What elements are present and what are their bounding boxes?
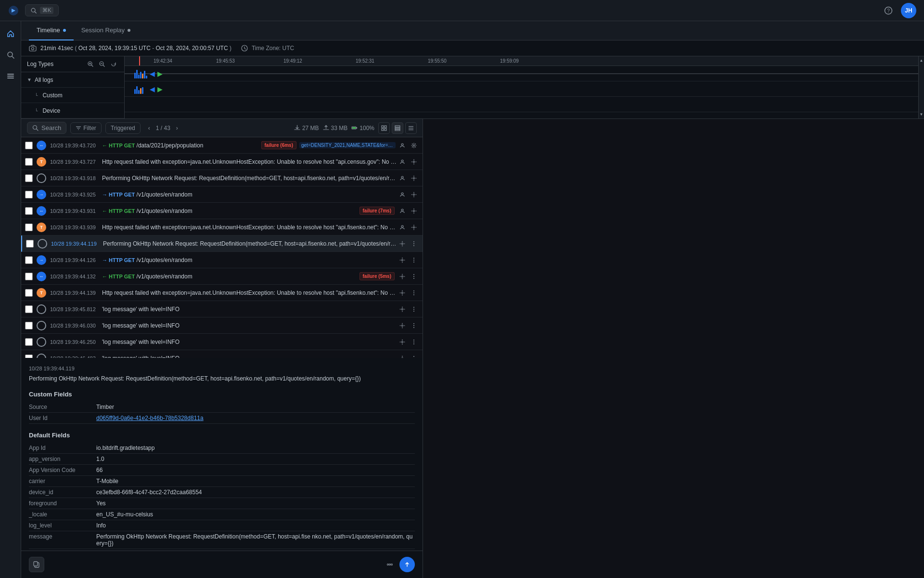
log-entry[interactable]: 10/28 19:39:46.483 'log message' with le… [21,350,423,358]
help-button[interactable]: ? [882,4,895,17]
prev-page-btn[interactable]: ‹ [144,123,154,133]
log-entry-checkbox[interactable] [25,174,33,182]
view-grid-btn[interactable] [378,122,390,134]
log-entry-timestamp: 10/28 19:39:44.126 [50,257,98,263]
log-action-user-btn[interactable] [398,173,407,183]
log-action-user-btn[interactable] [398,157,407,167]
log-entry-checkbox[interactable] [25,338,33,346]
log-action-more-btn[interactable] [409,288,419,298]
sidebar-item-settings[interactable] [4,69,17,83]
log-action-user-btn[interactable] [398,190,407,199]
next-page-btn[interactable]: › [172,123,182,133]
log-action-user-btn[interactable] [398,223,407,232]
log-action-user-btn[interactable] [398,141,407,150]
view-list-btn[interactable] [405,122,417,134]
log-action-gear-btn[interactable] [398,272,407,281]
field-row: carrier T-Mobile [29,476,415,487]
log-action-more-btn[interactable] [409,337,419,347]
log-action-more-btn[interactable] [409,304,419,314]
global-search[interactable]: ⌘K [25,4,59,16]
log-entry-checkbox[interactable] [25,207,33,215]
log-entry[interactable]: T 10/28 19:39:43.939 Http request failed… [21,219,423,236]
log-action-gear-btn[interactable] [409,141,419,150]
log-action-more-btn[interactable] [409,239,419,249]
log-action-gear-btn[interactable] [409,157,419,167]
log-action-gear-btn[interactable] [398,321,407,330]
zoom-out-btn[interactable] [97,59,107,69]
tab-session-replay[interactable]: Session Replay [74,21,138,40]
log-action-gear-btn[interactable] [398,288,407,298]
log-entry[interactable]: → 10/28 19:39:44.126 → HTTP GET /v1/quot… [21,252,423,268]
log-entry-actions [398,173,419,183]
log-action-gear-btn[interactable] [398,354,407,358]
log-action-user-btn[interactable] [398,206,407,216]
track-device[interactable] [125,97,924,112]
log-action-gear-btn[interactable] [398,255,407,265]
zoom-in-btn[interactable] [86,59,95,69]
log-entry-checkbox[interactable] [25,305,33,313]
copy-button[interactable] [29,557,44,572]
log-action-gear-btn[interactable] [398,337,407,347]
log-type-custom[interactable]: └ Custom [21,88,124,103]
scroll-up-btn[interactable]: ▲ [919,58,924,63]
log-entry-checkbox[interactable] [25,289,33,297]
nav-right: ? JH [882,3,916,18]
filter-button[interactable]: Filter [70,122,102,134]
log-action-gear-btn[interactable] [409,223,419,232]
log-entry[interactable]: 10/28 19:39:44.119 Performing OkHttp Net… [21,236,423,252]
log-action-gear-btn[interactable] [398,304,407,314]
log-action-gear-btn[interactable] [409,190,419,199]
log-entry[interactable]: T 10/28 19:39:44.139 Http request failed… [21,285,423,301]
log-action-more-btn[interactable] [409,354,419,358]
scroll-down-btn[interactable]: ▼ [919,112,924,117]
log-entry-checkbox[interactable] [26,240,34,248]
log-entry[interactable]: ↔ 10/28 19:39:43.720 ← HTTP GET /data/20… [21,137,423,154]
log-entry-checkbox[interactable] [25,322,33,329]
log-entry-icon: → [37,255,46,265]
log-entry[interactable]: 10/28 19:39:45.812 'log message' with le… [21,301,423,317]
detail-action-extra[interactable] [384,559,396,570]
log-entry-checkbox[interactable] [25,191,33,198]
user-avatar[interactable]: JH [901,3,916,18]
log-action-gear-btn[interactable] [398,239,407,249]
sidebar-item-search[interactable] [4,48,17,62]
log-entry[interactable]: ↔ 10/28 19:39:43.931 ← HTTP GET /v1/quot… [21,203,423,219]
log-entry-checkbox[interactable] [25,273,33,280]
tab-session-replay-dot [128,29,130,32]
svg-point-42 [413,177,415,179]
search-input-wrap[interactable]: Search [27,122,66,134]
log-entry[interactable]: → 10/28 19:39:43.925 → HTTP GET /v1/quot… [21,186,423,203]
log-entry-checkbox[interactable] [25,223,33,231]
log-action-gear-btn[interactable] [409,173,419,183]
log-action-gear-btn[interactable] [409,206,419,216]
svg-point-76 [413,343,414,344]
svg-rect-33 [395,129,400,131]
log-type-all[interactable]: ▼ All logs [21,72,124,88]
log-action-more-btn[interactable] [409,321,419,330]
log-type-device[interactable]: └ Device [21,103,124,118]
track-arrow-2: ▶ [157,70,163,78]
triggered-button[interactable]: Triggered [105,122,141,134]
log-action-more-btn[interactable] [409,255,419,265]
log-entry-checkbox[interactable] [25,142,33,149]
tab-timeline[interactable]: Timeline [29,21,74,40]
sidebar-item-home[interactable] [4,27,17,40]
log-action-more-btn[interactable] [409,272,419,281]
track-custom[interactable]: ◀ ▶ [125,81,924,97]
field-value-link[interactable]: d065ff9d-0a6e-41e2-b46b-78b5328d811a [96,415,415,421]
scroll-to-top-button[interactable] [399,557,415,572]
log-entry[interactable]: 10/28 19:39:46.250 'log message' with le… [21,334,423,350]
track-all-logs[interactable]: ◀ ▶ [125,66,924,81]
log-area: Search Filter Triggered ‹ [21,119,924,578]
log-entry[interactable]: 10/28 19:39:46.030 'log message' with le… [21,317,423,334]
log-entry[interactable]: T 10/28 19:39:43.727 Http request failed… [21,154,423,170]
log-entry-checkbox[interactable] [25,158,33,166]
log-entry[interactable]: ↔ 10/28 19:39:44.132 ← HTTP GET /v1/quot… [21,268,423,285]
log-entry[interactable]: 10/28 19:39:43.918 Performing OkHttp Net… [21,170,423,186]
view-table-btn[interactable] [392,122,403,134]
log-entry-checkbox[interactable] [25,355,33,358]
log-entry-actions [398,141,419,150]
log-entry-checkbox[interactable] [25,256,33,264]
app-logo[interactable] [8,5,19,16]
refresh-btn[interactable] [109,59,118,69]
